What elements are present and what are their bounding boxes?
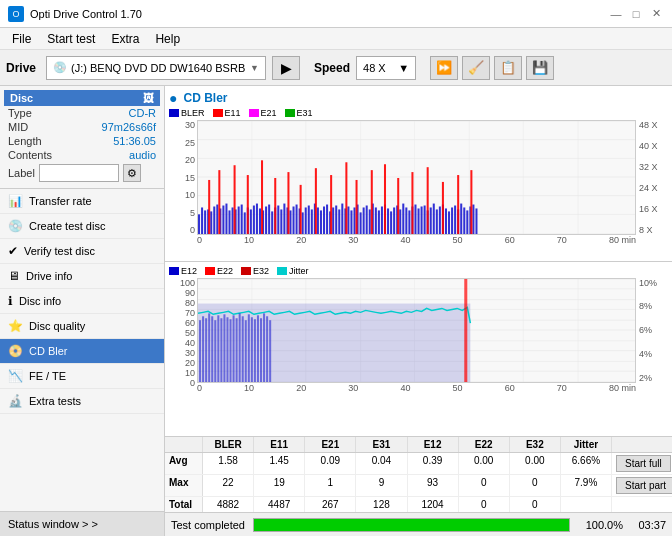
eject-button[interactable]: ▶ xyxy=(272,56,300,80)
titlebar: O Opti Drive Control 1.70 — □ ✕ xyxy=(0,0,672,28)
legend2-e22: E22 xyxy=(205,266,233,276)
svg-rect-85 xyxy=(414,205,416,234)
svg-rect-29 xyxy=(244,212,246,234)
legend-e21: E21 xyxy=(249,108,277,118)
legend-bler: BLER xyxy=(169,108,205,118)
svg-rect-120 xyxy=(397,178,399,234)
sidebar-item-transfer-rate[interactable]: 📊 Transfer rate xyxy=(0,189,164,214)
status-window-button[interactable]: Status window > > xyxy=(0,511,164,536)
sidebar-item-label-create-test-disc: Create test disc xyxy=(29,220,105,232)
menu-start-test[interactable]: Start test xyxy=(39,30,103,48)
svg-rect-51 xyxy=(311,209,313,234)
stats-col-e31: E31 xyxy=(356,437,407,452)
svg-rect-159 xyxy=(239,313,241,382)
sidebar-item-disc-info[interactable]: ℹ Disc info xyxy=(0,289,164,314)
stats-max-jitter: 7.9% xyxy=(561,475,612,496)
svg-rect-95 xyxy=(445,208,447,234)
svg-rect-33 xyxy=(256,204,258,234)
disc-type-value: CD-R xyxy=(129,107,157,119)
sidebar-item-label-drive-info: Drive info xyxy=(26,270,72,282)
legend-e31-color xyxy=(285,109,295,117)
toolbar-btn-2[interactable]: 🧹 xyxy=(462,56,490,80)
toolbar-icons: ⏩ 🧹 📋 💾 xyxy=(430,56,554,80)
svg-rect-42 xyxy=(283,204,285,234)
main-content: Disc 🖼 Type CD-R MID 97m26s66f Length 51… xyxy=(0,86,672,536)
chart1-title: CD Bler xyxy=(183,91,227,105)
status-window-label: Status window > > xyxy=(8,518,98,530)
speed-selector[interactable]: 48 X ▼ xyxy=(356,56,416,80)
stats-max-e22: 0 xyxy=(459,475,510,496)
stats-col-e32: E32 xyxy=(510,437,561,452)
sidebar-item-verify-test-disc[interactable]: ✔ Verify test disc xyxy=(0,239,164,264)
svg-rect-16 xyxy=(204,210,206,234)
svg-rect-86 xyxy=(418,208,420,234)
verify-test-disc-icon: ✔ xyxy=(8,244,18,258)
menu-help[interactable]: Help xyxy=(147,30,188,48)
disc-label-input[interactable] xyxy=(39,164,119,182)
chart2-x-axis: 0 10 20 30 40 50 60 70 80 min xyxy=(169,383,668,393)
svg-rect-73 xyxy=(378,210,380,234)
stats-total-e11: 4487 xyxy=(254,497,305,512)
disc-length-label: Length xyxy=(8,135,42,147)
menu-file[interactable]: File xyxy=(4,30,39,48)
disc-mid-row: MID 97m26s66f xyxy=(4,120,160,134)
toolbar-btn-1[interactable]: ⏩ xyxy=(430,56,458,80)
sidebar-item-cd-bler[interactable]: 📀 CD Bler xyxy=(0,339,164,364)
sidebar-item-label-disc-info: Disc info xyxy=(19,295,61,307)
legend2-e32: E32 xyxy=(241,266,269,276)
sidebar-item-drive-info[interactable]: 🖥 Drive info xyxy=(0,264,164,289)
stats-total-bler: 4882 xyxy=(203,497,254,512)
stats-avg-e31: 0.04 xyxy=(356,453,407,474)
svg-rect-156 xyxy=(230,319,232,382)
svg-rect-119 xyxy=(384,164,386,234)
charts-area: ● CD Bler BLER E11 E21 E31 30 25 20 15 xyxy=(165,86,672,436)
minimize-button[interactable]: — xyxy=(608,6,624,22)
toolbar-btn-4[interactable]: 💾 xyxy=(526,56,554,80)
svg-rect-153 xyxy=(220,318,222,382)
svg-rect-55 xyxy=(323,206,325,234)
maximize-button[interactable]: □ xyxy=(628,6,644,22)
svg-rect-48 xyxy=(302,212,304,234)
stats-label-max: Max xyxy=(165,475,203,496)
start-part-button[interactable]: Start part xyxy=(616,477,672,494)
sidebar-item-fe-te[interactable]: 📉 FE / TE xyxy=(0,364,164,389)
svg-rect-105 xyxy=(475,208,477,234)
svg-rect-167 xyxy=(263,313,265,382)
stats-max-row: Max 22 19 1 9 93 0 0 7.9% Start part xyxy=(165,475,672,497)
drivebar: Drive 💿 (J:) BENQ DVD DD DW1640 BSRB ▼ ▶… xyxy=(0,50,672,86)
svg-rect-124 xyxy=(457,175,459,234)
svg-rect-53 xyxy=(317,207,319,234)
sidebar-item-create-test-disc[interactable]: 💿 Create test disc xyxy=(0,214,164,239)
svg-rect-58 xyxy=(332,207,334,234)
svg-rect-163 xyxy=(251,317,253,382)
start-full-button[interactable]: Start full xyxy=(616,455,671,472)
sidebar-item-extra-tests[interactable]: 🔬 Extra tests xyxy=(0,389,164,414)
svg-rect-77 xyxy=(390,211,392,234)
menubar: File Start test Extra Help xyxy=(0,28,672,50)
progress-bar-container xyxy=(253,518,570,532)
sidebar-item-label-verify-test-disc: Verify test disc xyxy=(24,245,95,257)
drive-selector[interactable]: 💿 (J:) BENQ DVD DD DW1640 BSRB ▼ xyxy=(46,56,266,80)
progress-bar xyxy=(254,519,569,531)
disc-header[interactable]: Disc 🖼 xyxy=(4,90,160,106)
disc-contents-value: audio xyxy=(129,149,156,161)
chart2-y-left: 100 90 80 70 60 50 40 30 20 10 0 xyxy=(169,278,197,383)
disc-quality-icon: ⭐ xyxy=(8,319,23,333)
svg-rect-59 xyxy=(335,206,337,234)
menu-extra[interactable]: Extra xyxy=(103,30,147,48)
stats-avg-e12: 0.39 xyxy=(408,453,459,474)
disc-label-gear-button[interactable]: ⚙ xyxy=(123,164,141,182)
svg-rect-155 xyxy=(226,317,228,382)
disc-label-text: Label xyxy=(8,167,35,179)
svg-rect-109 xyxy=(247,175,249,234)
close-button[interactable]: ✕ xyxy=(648,6,664,22)
sidebar-item-disc-quality[interactable]: ⭐ Disc quality xyxy=(0,314,164,339)
svg-rect-69 xyxy=(366,206,368,234)
stats-avg-e11: 1.45 xyxy=(254,453,305,474)
svg-rect-110 xyxy=(261,160,263,234)
svg-rect-56 xyxy=(326,205,328,234)
fe-te-icon: 📉 xyxy=(8,369,23,383)
svg-rect-150 xyxy=(211,316,213,382)
titlebar-controls: — □ ✕ xyxy=(608,6,664,22)
toolbar-btn-3[interactable]: 📋 xyxy=(494,56,522,80)
